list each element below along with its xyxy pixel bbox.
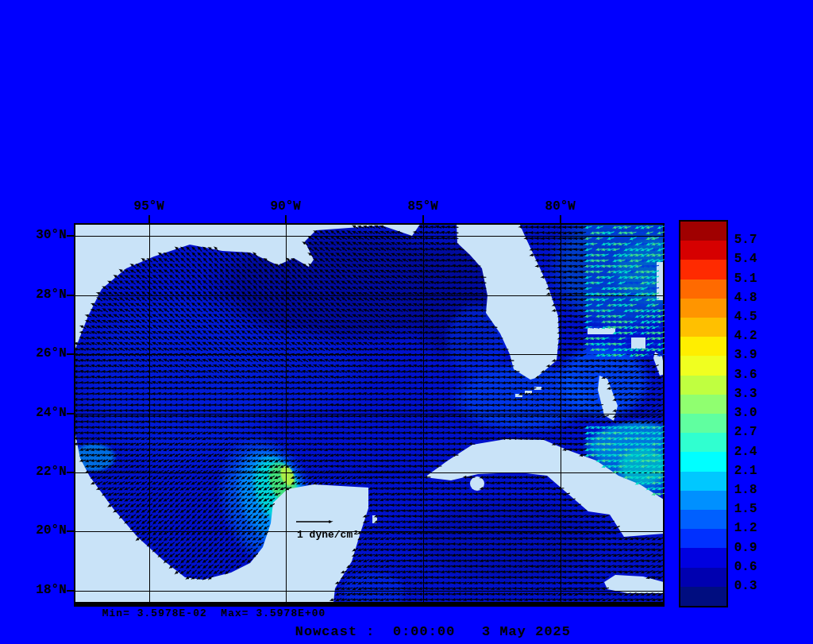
- colorbar-tick-label: 4.8: [734, 291, 769, 305]
- colorbar-tick-label: 5.4: [734, 252, 769, 266]
- colorbar-tick-label: 2.7: [734, 425, 769, 439]
- lat-tick-mark: [67, 353, 74, 355]
- colorbar-segment: [680, 395, 726, 414]
- colorbar-segment: [680, 587, 726, 606]
- colorbar-segment: [680, 318, 726, 337]
- lon-tick-mark: [148, 215, 150, 223]
- lat-tick-mark: [67, 530, 74, 532]
- lon-tick-mark: [285, 215, 287, 223]
- colorbar-segment: [680, 529, 726, 548]
- colorbar-segment: [680, 472, 726, 491]
- colorbar-tick-label: 1.2: [734, 521, 769, 535]
- colorbar-segment: [680, 260, 726, 279]
- lat-tick-label: 18°N: [24, 583, 67, 597]
- minmax-stats-label: Min= 3.5978E-02 Max= 3.5978E+00: [102, 607, 326, 619]
- colorbar-segment: [680, 280, 726, 299]
- colorbar-segment: [680, 356, 726, 375]
- colorbar-tick-label: 3.6: [734, 368, 769, 382]
- colorbar-segment: [680, 568, 726, 587]
- colorbar-tick-label: 2.4: [734, 445, 769, 459]
- colorbar-tick-label: 0.6: [734, 560, 769, 574]
- lat-tick-label: 28°N: [24, 287, 67, 302]
- colorbar-segment: [680, 548, 726, 567]
- colorbar-tick-label: 5.7: [734, 233, 769, 247]
- lat-tick-mark: [67, 235, 74, 237]
- colorbar-tick-label: 1.5: [734, 502, 769, 516]
- lat-tick-label: 24°N: [24, 406, 67, 420]
- lat-tick-mark: [67, 590, 74, 592]
- lat-tick-mark: [67, 472, 74, 473]
- lon-tick-label: 95°W: [116, 199, 183, 214]
- lon-tick-label: 90°W: [252, 199, 319, 214]
- lat-tick-label: 20°N: [24, 523, 67, 538]
- lon-tick-label: 85°W: [390, 199, 457, 214]
- colorbar-tick-label: 1.8: [734, 483, 769, 497]
- nowcast-timestamp-label: Nowcast : 0:00:00 3 May 2025: [295, 624, 571, 639]
- reference-vector-label: 1 dyne/cm²: [297, 529, 359, 541]
- lat-tick-label: 30°N: [24, 228, 67, 242]
- lat-tick-mark: [67, 413, 74, 415]
- lon-tick-mark: [422, 215, 424, 223]
- lat-tick-mark: [67, 295, 74, 296]
- colorbar-tick-label: 2.1: [734, 464, 769, 478]
- colorbar-tick-label: 3.9: [734, 348, 769, 362]
- colorbar-segment: [680, 299, 726, 318]
- lat-tick-label: 26°N: [24, 346, 67, 361]
- colorbar-segment: [680, 222, 726, 241]
- nowcast-vector-map-figure: 95°W90°W85°W80°W30°N28°N26°N24°N22°N20°N…: [0, 0, 813, 644]
- lon-tick-label: 80°W: [527, 199, 594, 214]
- colorbar-segment: [680, 241, 726, 260]
- colorbar-segment: [680, 376, 726, 395]
- lat-tick-label: 22°N: [24, 465, 67, 479]
- colorbar-tick-label: 3.3: [734, 387, 769, 401]
- colorbar-tick-label: 4.2: [734, 329, 769, 343]
- colorbar: [679, 220, 728, 607]
- colorbar-segment: [680, 414, 726, 433]
- colorbar-segment: [680, 337, 726, 356]
- colorbar-tick-label: 5.1: [734, 272, 769, 286]
- lon-tick-mark: [560, 215, 561, 223]
- colorbar-segment: [680, 433, 726, 452]
- map-canvas: [74, 223, 665, 607]
- colorbar-segment: [680, 491, 726, 510]
- colorbar-tick-label: 0.3: [734, 579, 769, 593]
- colorbar-tick-label: 3.0: [734, 406, 769, 420]
- colorbar-segment: [680, 510, 726, 529]
- colorbar-tick-label: 0.9: [734, 541, 769, 555]
- colorbar-tick-label: 4.5: [734, 310, 769, 324]
- colorbar-segment: [680, 452, 726, 471]
